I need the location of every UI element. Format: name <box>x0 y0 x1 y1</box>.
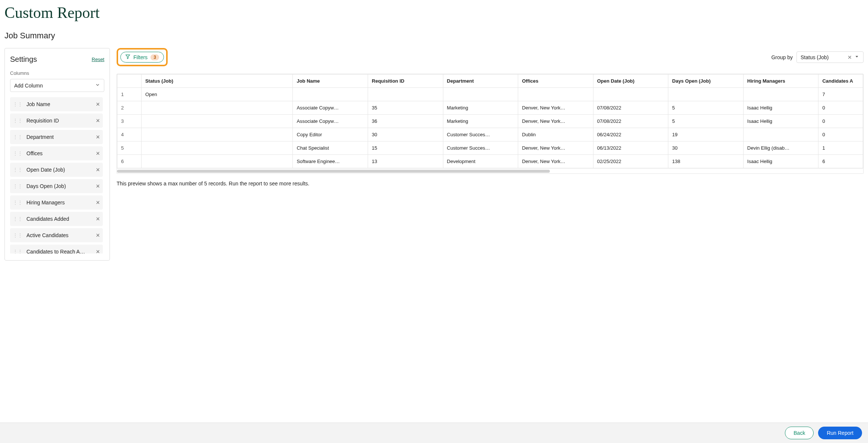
filter-count-badge: 3 <box>151 54 159 60</box>
remove-column-icon[interactable]: × <box>96 183 100 189</box>
table-cell: Development <box>443 155 518 168</box>
table-cell: 5 <box>117 141 142 155</box>
table-row: 1Open7 <box>117 88 863 101</box>
table-cell: Software Enginee… <box>293 155 368 168</box>
table-cell: 0 <box>818 115 863 128</box>
drag-handle-icon[interactable]: ⋮⋮ <box>13 134 23 140</box>
drag-handle-icon[interactable]: ⋮⋮ <box>13 200 23 205</box>
filters-button[interactable]: Filters 3 <box>120 52 164 63</box>
drag-handle-icon[interactable]: ⋮⋮ <box>13 102 23 107</box>
table-cell <box>443 88 518 101</box>
table-cell: 07/08/2022 <box>593 101 668 115</box>
drag-handle-icon[interactable]: ⋮⋮ <box>13 249 23 254</box>
remove-column-icon[interactable]: × <box>96 134 100 140</box>
table-header-cell: Requisition ID <box>368 74 443 88</box>
add-column-dropdown[interactable]: Add Column <box>10 79 104 92</box>
table-cell: Chat Specialist <box>293 141 368 155</box>
caret-down-icon <box>854 54 859 60</box>
table-cell: 0 <box>818 101 863 115</box>
subtitle: Job Summary <box>4 31 864 41</box>
table-cell: 1 <box>117 88 142 101</box>
table-cell: Denver, New York… <box>518 141 593 155</box>
table-cell <box>743 88 818 101</box>
drag-handle-icon[interactable]: ⋮⋮ <box>13 184 23 189</box>
table-cell <box>368 88 443 101</box>
drag-handle-icon[interactable]: ⋮⋮ <box>13 167 23 172</box>
remove-column-icon[interactable]: × <box>96 101 100 108</box>
column-item[interactable]: ⋮⋮Department× <box>10 130 103 144</box>
remove-column-icon[interactable]: × <box>96 248 100 254</box>
column-item[interactable]: ⋮⋮Requisition ID× <box>10 114 103 128</box>
column-item-label: Open Date (Job) <box>26 167 65 173</box>
table-cell: 30 <box>368 128 443 141</box>
table-header-cell: Status (Job) <box>141 74 293 88</box>
reset-link[interactable]: Reset <box>92 57 104 62</box>
table-cell <box>668 88 744 101</box>
table-cell: 07/08/2022 <box>593 115 668 128</box>
clear-icon[interactable]: ✕ <box>848 54 852 60</box>
table-cell: 7 <box>818 88 863 101</box>
filters-label: Filters <box>133 54 148 60</box>
table-cell <box>141 141 293 155</box>
table-cell: Marketing <box>443 101 518 115</box>
table-cell: Denver, New York… <box>518 155 593 168</box>
column-item[interactable]: ⋮⋮Job Name× <box>10 97 103 111</box>
table-cell: Marketing <box>443 115 518 128</box>
drag-handle-icon[interactable]: ⋮⋮ <box>13 151 23 156</box>
table-cell: 35 <box>368 101 443 115</box>
table-cell: 6 <box>117 155 142 168</box>
table-row: 4Copy Editor30Customer Succes…Dublin06/2… <box>117 128 863 141</box>
remove-column-icon[interactable]: × <box>96 117 100 124</box>
column-item-label: Active Candidates <box>26 232 69 238</box>
table-cell: 06/24/2022 <box>593 128 668 141</box>
table-cell: Isaac Hellig <box>743 115 818 128</box>
column-item[interactable]: ⋮⋮Open Date (Job)× <box>10 163 103 177</box>
remove-column-icon[interactable]: × <box>96 232 100 239</box>
table-header-cell <box>117 74 142 88</box>
table-header-cell: Candidates A <box>818 74 863 88</box>
table-cell: 19 <box>668 128 744 141</box>
table-cell: Customer Succes… <box>443 141 518 155</box>
data-table: Status (Job)Job NameRequisition IDDepart… <box>117 74 863 168</box>
column-item[interactable]: ⋮⋮Candidates to Reach Assess…× <box>10 245 103 254</box>
table-cell: Open <box>141 88 293 101</box>
table-cell: 1 <box>818 141 863 155</box>
column-item-label: Candidates to Reach Assess… <box>26 249 86 254</box>
column-item-label: Days Open (Job) <box>26 183 66 189</box>
table-cell: 13 <box>368 155 443 168</box>
table-cell: Customer Succes… <box>443 128 518 141</box>
table-cell <box>518 88 593 101</box>
column-item[interactable]: ⋮⋮Days Open (Job)× <box>10 179 103 193</box>
remove-column-icon[interactable]: × <box>96 199 100 206</box>
column-item-label: Requisition ID <box>26 118 59 124</box>
drag-handle-icon[interactable]: ⋮⋮ <box>13 118 23 123</box>
svg-marker-1 <box>856 56 858 57</box>
table-cell: 5 <box>668 115 744 128</box>
column-item-label: Candidates Added <box>26 216 69 222</box>
scrollbar-thumb[interactable] <box>117 170 550 173</box>
table-cell: Isaac Hellig <box>743 155 818 168</box>
table-cell <box>593 88 668 101</box>
table-cell <box>141 155 293 168</box>
table-cell: 3 <box>117 115 142 128</box>
remove-column-icon[interactable]: × <box>96 150 100 157</box>
horizontal-scrollbar[interactable] <box>117 168 863 173</box>
group-by-select[interactable]: Status (Job) ✕ <box>796 51 864 63</box>
table-cell: 02/25/2022 <box>593 155 668 168</box>
preview-note: This preview shows a max number of 5 rec… <box>117 181 864 187</box>
drag-handle-icon[interactable]: ⋮⋮ <box>13 216 23 222</box>
filters-highlight: Filters 3 <box>117 48 168 66</box>
drag-handle-icon[interactable]: ⋮⋮ <box>13 233 23 238</box>
table-cell: Associate Copyw… <box>293 101 368 115</box>
data-table-wrap: Status (Job)Job NameRequisition IDDepart… <box>117 74 864 174</box>
table-cell <box>141 101 293 115</box>
column-item[interactable]: ⋮⋮Candidates Added× <box>10 212 103 226</box>
column-item[interactable]: ⋮⋮Hiring Managers× <box>10 195 103 210</box>
remove-column-icon[interactable]: × <box>96 166 100 173</box>
table-header-cell: Department <box>443 74 518 88</box>
table-cell: 4 <box>117 128 142 141</box>
remove-column-icon[interactable]: × <box>96 216 100 222</box>
column-item[interactable]: ⋮⋮Active Candidates× <box>10 228 103 242</box>
column-item[interactable]: ⋮⋮Offices× <box>10 146 103 160</box>
svg-marker-0 <box>126 55 130 59</box>
